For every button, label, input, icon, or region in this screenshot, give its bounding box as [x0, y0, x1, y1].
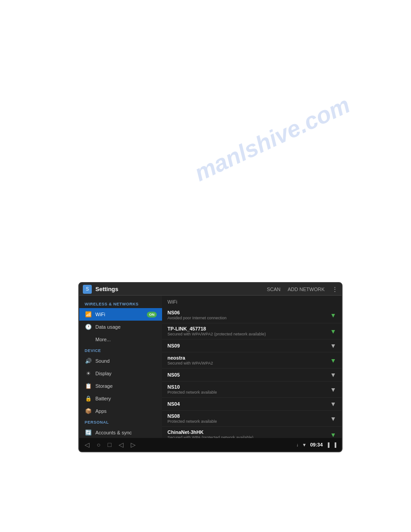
network-ns05-name: NS05 [167, 372, 326, 378]
network-ns10-desc: Protected network available [167, 390, 326, 395]
network-ns05[interactable]: NS05 ▼ [162, 369, 342, 382]
network-chinanet-info: ChinaNet-3hHK Secured with WPA (protecte… [167, 429, 326, 438]
wifi-signal-ns08: ▼ [330, 415, 336, 422]
wifi-signal-ns04: ▼ [330, 400, 336, 408]
wifi-panel-header: WiFi [162, 299, 342, 307]
sidebar-storage-label: Storage [95, 383, 157, 389]
network-ns10-info: NS10 Protected network available [167, 384, 326, 395]
sidebar-item-data-usage[interactable]: 🕐 Data usage [79, 321, 162, 333]
accounts-icon: 🔄 [85, 429, 92, 436]
network-ns06-info: NS06 Avoided poor Internet connection [167, 310, 326, 320]
apps-icon: 📦 [85, 408, 92, 415]
wifi-signal-tplink: ▼ [330, 328, 336, 335]
sidebar-item-wifi[interactable]: 📶 WiFi ON [79, 308, 162, 321]
network-chinanet-name: ChinaNet-3hHK [167, 429, 326, 435]
download-icon: ↓ [296, 442, 299, 447]
sidebar-item-accounts[interactable]: 🔄 Accounts & sync [79, 426, 162, 438]
network-neostra-info: neostra Secured with WPA/WPA2 [167, 355, 326, 365]
data-usage-icon: 🕐 [85, 323, 92, 330]
sidebar: WIRELESS & NETWORKS 📶 WiFi ON 🕐 Data usa… [79, 296, 162, 438]
network-neostra[interactable]: neostra Secured with WPA/WPA2 ▼ [162, 352, 342, 369]
battery-icon: 🔒 [85, 395, 92, 402]
title-bar-actions: SCAN ADD NETWORK ⋮ [267, 286, 338, 293]
signal-strength-icon: ▐ [326, 442, 330, 447]
more-icon [85, 336, 92, 343]
wifi-signal-chinanet: ▼ [330, 431, 336, 438]
section-device: DEVICE [79, 346, 162, 355]
network-ns04[interactable]: NS04 ▼ [162, 398, 342, 411]
network-ns06-desc: Avoided poor Internet connection [167, 316, 326, 320]
display-icon: ☀ [85, 370, 92, 377]
status-time: 09:34 [310, 442, 323, 447]
wifi-panel: WiFi NS06 Avoided poor Internet connecti… [162, 296, 342, 438]
network-ns10-name: NS10 [167, 384, 326, 390]
network-chinanet-desc: Secured with WPA (protected network avai… [167, 435, 326, 438]
network-ns08-info: NS08 Protected network available [167, 413, 326, 424]
wifi-toggle-on[interactable]: ON [147, 312, 157, 317]
title-bar-title: Settings [95, 286, 267, 292]
nav-status: ↓ ▼ 09:34 ▐ ▐ [296, 442, 336, 447]
network-ns04-name: NS04 [167, 401, 326, 407]
home-button[interactable]: ○ [97, 441, 100, 448]
nav-bar: ◁ ○ □ ◁ ▷ ↓ ▼ 09:34 ▐ ▐ [79, 438, 342, 451]
network-ns08-desc: Protected network available [167, 419, 326, 424]
sidebar-item-display[interactable]: ☀ Display [79, 367, 162, 380]
watermark: manlshive.com [190, 91, 354, 186]
sidebar-item-more[interactable]: More... [79, 333, 162, 346]
sidebar-wifi-label: WiFi [95, 312, 143, 317]
network-tplink-desc: Secured with WPA/WPA2 (protected network… [167, 332, 326, 336]
network-neostra-name: neostra [167, 355, 326, 360]
sidebar-display-label: Display [95, 371, 157, 376]
section-personal: PERSONAL [79, 417, 162, 426]
add-network-button[interactable]: ADD NETWORK [288, 287, 325, 292]
network-ns05-info: NS05 [167, 372, 326, 378]
sidebar-item-sound[interactable]: 🔊 Sound [79, 355, 162, 367]
sidebar-battery-label: Battery [95, 396, 157, 401]
network-tplink-info: TP-LINK_457718 Secured with WPA/WPA2 (pr… [167, 326, 326, 336]
main-content: WIRELESS & NETWORKS 📶 WiFi ON 🕐 Data usa… [79, 296, 342, 438]
vol-down-button[interactable]: ◁ [119, 441, 124, 448]
recent-button[interactable]: □ [107, 441, 111, 448]
network-ns09-info: NS09 [167, 343, 326, 349]
sidebar-apps-label: Apps [95, 408, 157, 414]
network-tplink[interactable]: TP-LINK_457718 Secured with WPA/WPA2 (pr… [162, 323, 342, 339]
wifi-signal-ns06: ▼ [330, 312, 336, 319]
network-ns09[interactable]: NS09 ▼ [162, 339, 342, 352]
section-wireless: WIRELESS & NETWORKS [79, 299, 162, 308]
battery-status-icon: ▐ [333, 442, 336, 447]
wifi-signal-ns09: ▼ [330, 342, 336, 349]
wifi-signal-ns10: ▼ [330, 386, 336, 393]
sound-icon: 🔊 [85, 357, 92, 365]
network-neostra-desc: Secured with WPA/WPA2 [167, 361, 326, 365]
title-bar: S Settings SCAN ADD NETWORK ⋮ [79, 283, 342, 296]
sidebar-item-battery[interactable]: 🔒 Battery [79, 392, 162, 405]
sidebar-item-apps[interactable]: 📦 Apps [79, 405, 162, 417]
wifi-signal-ns05: ▼ [330, 371, 336, 378]
sidebar-item-storage[interactable]: 📋 Storage [79, 380, 162, 392]
network-ns10[interactable]: NS10 Protected network available ▼ [162, 382, 342, 398]
network-ns06-name: NS06 [167, 310, 326, 315]
network-ns04-info: NS04 [167, 401, 326, 407]
scan-button[interactable]: SCAN [267, 287, 281, 292]
wifi-icon: 📶 [85, 311, 92, 318]
wifi-toggle[interactable]: ON [147, 312, 157, 317]
overflow-menu-button[interactable]: ⋮ [332, 286, 338, 293]
sidebar-data-label: Data usage [95, 324, 157, 330]
sidebar-more-label: More... [95, 337, 157, 342]
settings-icon: S [83, 285, 92, 294]
network-ns08-name: NS08 [167, 413, 326, 419]
wifi-signal-neostra: ▼ [330, 357, 336, 364]
network-chinanet[interactable]: ChinaNet-3hHK Secured with WPA (protecte… [162, 427, 342, 438]
sidebar-accounts-label: Accounts & sync [95, 430, 157, 435]
sidebar-sound-label: Sound [95, 358, 157, 364]
network-ns08[interactable]: NS08 Protected network available ▼ [162, 411, 342, 427]
back-button[interactable]: ◁ [85, 441, 90, 448]
device-screen: S Settings SCAN ADD NETWORK ⋮ WIRELESS &… [78, 282, 342, 452]
network-ns09-name: NS09 [167, 343, 326, 348]
network-ns06[interactable]: NS06 Avoided poor Internet connection ▼ [162, 307, 342, 323]
vol-up-button[interactable]: ▷ [131, 441, 136, 448]
wifi-status-icon: ▼ [302, 442, 307, 447]
storage-icon: 📋 [85, 382, 92, 390]
network-tplink-name: TP-LINK_457718 [167, 326, 326, 331]
nav-buttons: ◁ ○ □ ◁ ▷ [85, 441, 296, 448]
